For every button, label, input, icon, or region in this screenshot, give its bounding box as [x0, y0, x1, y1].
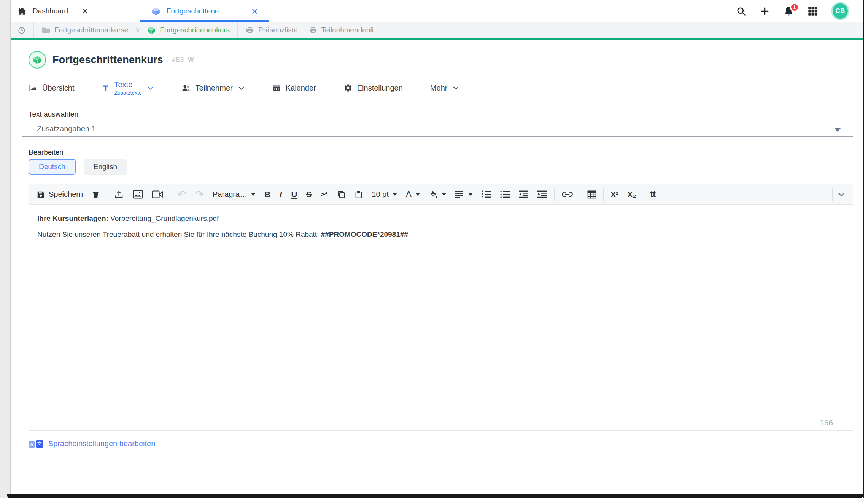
gear-icon — [343, 83, 353, 93]
folder-icon — [41, 26, 51, 35]
window-bottom-edge — [7, 494, 863, 498]
undo-button[interactable]: ↶ — [177, 189, 186, 200]
tab-uebersicht[interactable]: Übersicht — [29, 83, 74, 93]
link-button[interactable] — [561, 191, 573, 198]
breadcrumb-label: Fortgeschrittenenkurs — [160, 26, 230, 34]
superscript-button[interactable]: X² — [610, 190, 618, 199]
divider — [237, 22, 238, 38]
bold-button[interactable]: B — [264, 190, 270, 200]
highlight-color-dropdown[interactable] — [429, 190, 446, 199]
italic-icon: I — [279, 190, 283, 200]
course-code: #E3_W — [172, 56, 194, 64]
paragraph-label: Paragra… — [213, 190, 247, 199]
toolbar-more-button[interactable] — [838, 192, 845, 197]
tab-mehr[interactable]: Mehr — [430, 84, 459, 93]
printer-icon — [245, 26, 254, 35]
indent-button[interactable] — [537, 190, 547, 199]
app-window: Dashboard Fortgeschrittene… — [11, 0, 863, 494]
language-button-deutsch[interactable]: Deutsch — [29, 159, 76, 175]
editor-content[interactable]: Ihre Kursunterlagen: Vorbereitung_Grundl… — [29, 205, 853, 431]
tab-label: Einstellungen — [357, 84, 403, 93]
align-dropdown[interactable] — [455, 191, 473, 198]
language-button-english[interactable]: English — [84, 159, 127, 175]
text-select-dropdown[interactable]: Zusatzangaben 1 — [22, 121, 853, 137]
align-justify-icon — [455, 191, 464, 198]
paragraph-format-dropdown[interactable]: Paragra… — [213, 190, 256, 199]
strikethrough-button[interactable]: S — [306, 190, 312, 200]
undo-icon: ↶ — [177, 189, 186, 200]
breadcrumb-item-participants-list[interactable]: Teilnehmendenli… — [308, 26, 381, 35]
subscript-button[interactable]: X₂ — [627, 190, 636, 199]
underline-button[interactable]: U — [291, 190, 297, 200]
breadcrumb-label: Teilnehmendenli… — [321, 26, 381, 34]
save-button[interactable]: Speichern — [37, 190, 83, 199]
insert-video-button[interactable] — [152, 190, 163, 199]
main-content: Fortgeschrittenenkurs #E3_W Übersicht Te… — [11, 51, 863, 448]
caret-down-icon — [415, 193, 420, 196]
notifications-button[interactable]: 1 — [783, 6, 794, 17]
page-header: Fortgeschrittenenkurs #E3_W — [29, 51, 853, 69]
underline-icon: U — [291, 190, 297, 200]
divider — [643, 188, 643, 201]
copy-button[interactable] — [337, 190, 346, 199]
tab-kalender[interactable]: Kalender — [272, 83, 316, 93]
delete-button[interactable] — [92, 190, 100, 199]
divider — [170, 188, 170, 201]
text-icon — [102, 84, 110, 93]
font-color-dropdown[interactable]: A — [406, 189, 420, 200]
history-icon[interactable] — [11, 26, 33, 35]
tab-course-active[interactable]: Fortgeschrittene… — [140, 0, 269, 22]
divider — [11, 100, 863, 100]
image-icon — [133, 190, 143, 199]
italic-button[interactable]: I — [279, 190, 283, 200]
divider — [33, 22, 34, 38]
avatar[interactable]: CB — [831, 2, 849, 20]
chevron-down-icon — [834, 128, 841, 132]
topbar-actions: 1 CB — [736, 0, 863, 22]
plus-icon[interactable] — [760, 6, 770, 16]
breadcrumb-item-print-list[interactable]: Präsenzliste — [245, 26, 298, 35]
caret-down-icon — [393, 193, 397, 196]
breadcrumb-item-folder[interactable]: Fortgeschrittenenkurse — [41, 26, 128, 35]
close-icon[interactable] — [81, 8, 89, 15]
caret-down-icon — [468, 193, 473, 196]
search-icon[interactable] — [736, 6, 746, 16]
table-icon — [587, 190, 596, 199]
tab-teilnehmer[interactable]: Teilnehmer — [181, 83, 245, 93]
ordered-list-button[interactable] — [482, 190, 491, 199]
cut-button[interactable]: ✂ — [320, 189, 328, 200]
character-count: 156 — [820, 418, 833, 427]
unordered-list-button[interactable] — [500, 190, 510, 199]
upload-icon — [114, 190, 124, 199]
language-settings-link[interactable]: A 文 Spracheinstellungen bearbeiten — [29, 439, 155, 448]
outdent-button[interactable] — [519, 190, 529, 199]
tab-dashboard[interactable]: Dashboard — [11, 0, 95, 22]
breadcrumb-item-current[interactable]: Fortgeschrittenenkurs — [147, 26, 230, 35]
table-button[interactable] — [587, 190, 596, 199]
text-transform-button[interactable]: tt — [650, 189, 655, 200]
upload-button[interactable] — [114, 190, 124, 199]
chart-icon — [29, 83, 38, 93]
paint-bucket-icon — [429, 190, 438, 199]
close-icon[interactable] — [251, 8, 258, 15]
paste-button[interactable] — [355, 190, 363, 199]
tab-texte[interactable]: Texte Zusatztexte — [102, 81, 153, 96]
font-size-dropdown[interactable]: 10 pt — [372, 190, 397, 199]
subscript-icon: X₂ — [627, 190, 636, 199]
redo-button[interactable]: ↷ — [195, 189, 204, 200]
apps-grid-icon[interactable] — [808, 6, 818, 16]
tab-label: Teilnehmer — [196, 84, 233, 93]
edit-label: Bearbeiten — [29, 148, 853, 156]
window-right-edge — [863, 0, 864, 498]
clipboard-icon — [355, 190, 363, 199]
tab-sublabel: Zusatztexte — [114, 90, 141, 96]
insert-image-button[interactable] — [133, 190, 143, 199]
home-icon — [17, 6, 27, 16]
tab-label: Texte — [114, 81, 141, 88]
printer-icon — [308, 26, 318, 35]
window-left-edge — [0, 0, 11, 498]
tab-label: Übersicht — [42, 84, 74, 93]
copy-icon — [337, 190, 346, 199]
tab-einstellungen[interactable]: Einstellungen — [343, 83, 403, 93]
divider — [554, 188, 555, 201]
